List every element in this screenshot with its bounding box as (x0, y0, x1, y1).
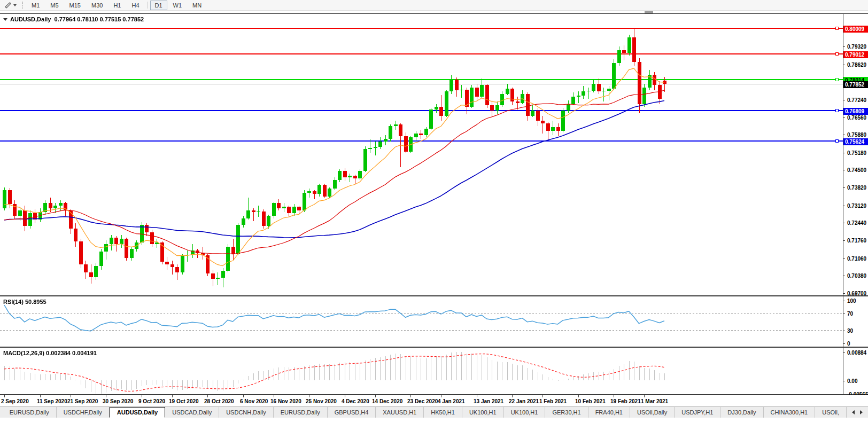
chart-tab-china300-h1[interactable]: CHINA300,H1 (764, 407, 816, 418)
rsi-axis-tick (843, 331, 845, 331)
timeframe-button-w1[interactable]: W1 (168, 1, 187, 10)
date-axis-tick (614, 395, 614, 397)
date-axis-tick (345, 395, 345, 397)
drawing-tools-button[interactable] (2, 1, 19, 10)
date-axis-tick (207, 395, 208, 397)
macd-canvas[interactable] (0, 348, 843, 394)
date-axis-label: 10 Feb 2021 (575, 398, 606, 404)
price-axis-tick (843, 276, 845, 276)
macd-axis-label: 0.00884 (847, 350, 866, 356)
price-axis-tick (843, 46, 845, 47)
price-axis-label: 0.69700 (847, 291, 866, 296)
timeframe-button-h4[interactable]: H4 (127, 1, 144, 10)
macd-axis-line (843, 348, 843, 394)
chart-tab-usoil-[interactable]: USOil, (815, 407, 847, 418)
price-axis-tick (843, 206, 845, 206)
chart-title-text: AUDUSD,Daily 0.77964 0.78110 0.77515 0.7… (10, 16, 144, 22)
price-axis-label: 0.77240 (847, 97, 866, 103)
chart-tab-usdcnh-daily[interactable]: USDCNH,Daily (219, 407, 274, 418)
date-axis-label: 30 Sep 2020 (103, 398, 133, 404)
chart-tab-ger30-h1[interactable]: GER30,H1 (545, 407, 588, 418)
price-axis-tick (843, 118, 845, 118)
chart-tab-eurusd-daily[interactable]: EURUSD,Daily (3, 407, 57, 418)
main-chart-canvas[interactable] (0, 14, 843, 295)
date-axis-tick (274, 395, 274, 397)
date-axis-label: 2 Sep 2020 (1, 398, 29, 404)
chart-tab-uk100-h1[interactable]: UK100,H1 (504, 407, 546, 418)
date-axis-label: 21 Sep 2020 (67, 398, 98, 404)
price-axis-label: 0.70380 (847, 273, 866, 279)
top-toolbar: M1M5M15M30H1H4D1W1MN (0, 0, 868, 11)
date-axis-label: 1 Feb 2021 (539, 398, 567, 404)
chevron-down-icon (13, 4, 17, 6)
main-chart-panel: AUDUSD,Daily 0.77964 0.78110 0.77515 0.7… (0, 13, 868, 296)
date-axis-tick (172, 395, 173, 397)
price-axis-tick (843, 187, 845, 188)
price-level-badge: 0.79012 (843, 51, 868, 58)
timeframe-button-m15[interactable]: M15 (65, 1, 86, 10)
price-axis-tick (843, 258, 845, 259)
price-axis-tick (843, 170, 845, 170)
chart-tab-dj30-daily[interactable]: DJ30,Daily (720, 407, 763, 418)
macd-axis-tick (843, 352, 845, 353)
date-axis-tick (477, 395, 477, 397)
macd-axis-label: 0.00 (847, 378, 857, 383)
rsi-label: RSI(14) 50.8955 (3, 299, 46, 305)
date-axis-tick (106, 395, 106, 397)
timeframe-button-m30[interactable]: M30 (87, 1, 107, 10)
chart-tab-audusd-daily[interactable]: AUDUSD,Daily (110, 407, 165, 418)
price-axis-label: 0.73820 (847, 185, 866, 191)
price-axis-label: 0.79320 (847, 44, 866, 50)
price-axis-label: 0.72440 (847, 220, 866, 226)
rsi-axis-label: 30 (847, 328, 853, 334)
chart-tab-usoil-daily[interactable]: USOil,Daily (630, 407, 675, 418)
price-axis-label: 0.74500 (847, 167, 866, 173)
date-axis-tick (375, 395, 376, 397)
price-level-badge: 0.80009 (843, 26, 868, 33)
chart-tab-gbpusd-h4[interactable]: GBPUSD,H4 (328, 407, 376, 418)
date-axis-tick (71, 395, 71, 397)
date-axis-label: 25 Nov 2020 (306, 398, 337, 404)
toolbar-separator (147, 2, 148, 9)
date-axis[interactable]: 2 Sep 202011 Sep 202021 Sep 202030 Sep 2… (0, 395, 868, 406)
chart-tab-usdchf-daily[interactable]: USDCHF,Daily (57, 407, 110, 418)
timeframe-button-h1[interactable]: H1 (108, 1, 126, 10)
rsi-axis-label: 70 (847, 311, 853, 317)
chart-tab-uk100-h1[interactable]: UK100,H1 (462, 407, 504, 418)
chart-tab-usdcad-daily[interactable]: USDCAD,Daily (165, 407, 219, 418)
date-axis-label: 22 Jan 2021 (509, 398, 539, 404)
rsi-axis-label: 100 (847, 298, 856, 304)
chart-tab-fra40-h1[interactable]: FRA40,H1 (588, 407, 630, 418)
date-axis-label: 14 Dec 2020 (372, 398, 402, 404)
date-axis-label: 19 Feb 2021 (610, 398, 641, 404)
tab-nav (847, 407, 868, 418)
date-axis-label: 4 Dec 2020 (342, 398, 369, 404)
price-level-badge: 0.77852 (843, 81, 868, 88)
date-axis-label: 9 Oct 2020 (138, 398, 165, 404)
chart-title: AUDUSD,Daily 0.77964 0.78110 0.77515 0.7… (3, 16, 144, 22)
date-axis-tick (578, 395, 579, 397)
timeframe-button-mn[interactable]: MN (188, 1, 206, 10)
chart-tab-xauusd-h1[interactable]: XAUUSD,H1 (376, 407, 424, 418)
tabs-scroll-left-icon[interactable] (852, 410, 855, 414)
timeframe-button-m1[interactable]: M1 (27, 1, 44, 10)
chart-tab-usdjpy-h1[interactable]: USDJPY,H1 (675, 407, 720, 418)
macd-axis-tick (843, 381, 845, 381)
timeframe-buttons: M1M5M15M30H1H4D1W1MN (26, 1, 207, 10)
date-axis-label: 23 Dec 2020 (407, 398, 438, 404)
timeframe-button-d1[interactable]: D1 (150, 1, 167, 10)
price-axis-tick (843, 100, 845, 100)
macd-panel: MACD(12,26,9) 0.002384 0.004191 0.008840… (0, 347, 868, 395)
rsi-canvas[interactable] (0, 296, 843, 347)
price-axis-tick (843, 135, 845, 135)
date-axis-label: 11 Sep 2020 (37, 398, 67, 404)
price-axis-label: 0.71060 (847, 255, 866, 261)
chart-tab-eurusd-daily[interactable]: EURUSD,Daily (274, 407, 328, 418)
chart-tab-hk50-h1[interactable]: HK50,H1 (424, 407, 462, 418)
rsi-panel: RSI(14) 50.8955 10070300 (0, 296, 868, 347)
date-axis-label: 1 Mar 2021 (641, 398, 668, 404)
timeframe-button-m5[interactable]: M5 (45, 1, 63, 10)
tabs-scroll-right-icon[interactable] (860, 410, 863, 414)
date-axis-label: 19 Oct 2020 (169, 398, 199, 404)
date-axis-tick (441, 395, 441, 397)
